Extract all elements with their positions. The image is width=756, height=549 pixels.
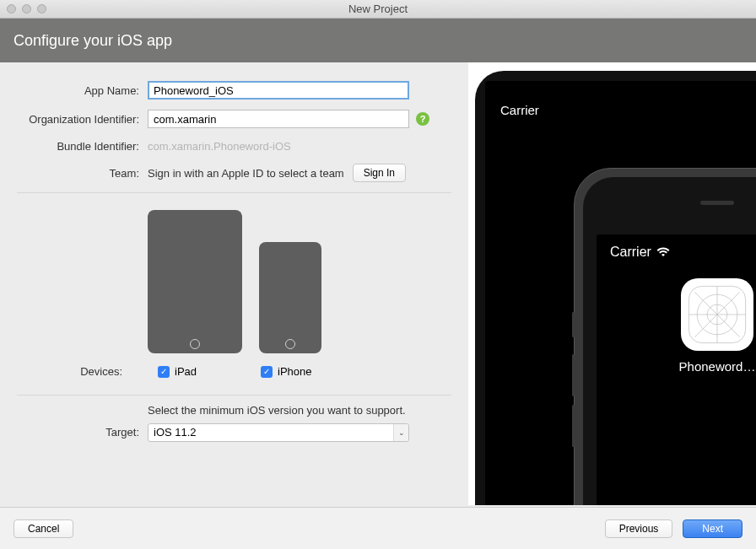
- app-name-input[interactable]: [148, 81, 409, 100]
- carrier-label-ipad: Carrier: [500, 103, 539, 117]
- ipad-checkbox-row[interactable]: ✓ iPad: [158, 365, 197, 378]
- divider: [17, 192, 451, 193]
- previous-button[interactable]: Previous: [605, 519, 673, 538]
- sign-in-button[interactable]: Sign In: [353, 164, 406, 182]
- target-select[interactable]: iOS 11.2 ⌄: [148, 423, 409, 442]
- page-title: Configure your iOS app: [14, 32, 172, 50]
- window-title: New Project: [0, 3, 756, 15]
- iphone-checkbox-row[interactable]: ✓ iPhone: [261, 365, 311, 378]
- team-text: Sign in with an Apple ID to select a tea…: [148, 167, 344, 180]
- page-header: Configure your iOS app: [0, 19, 756, 62]
- ipad-silhouette: [148, 210, 242, 353]
- titlebar: New Project: [0, 0, 756, 19]
- target-hint: Select the minimum iOS version you want …: [0, 404, 468, 423]
- app-name-label: App Name:: [17, 84, 148, 97]
- iphone-check-label: iPhone: [278, 365, 311, 378]
- devices-label: Devices:: [0, 365, 131, 378]
- home-button-icon: [190, 339, 200, 349]
- side-button-icon: [572, 405, 575, 447]
- preview-app-name: Phoneword…: [610, 359, 756, 374]
- speaker-icon: [700, 201, 734, 205]
- carrier-label-iphone: Carrier: [610, 245, 651, 260]
- help-icon[interactable]: ?: [416, 112, 429, 126]
- iphone-silhouette: [259, 242, 321, 353]
- form-column: App Name: Organization Identifier: ? Bun…: [0, 62, 468, 505]
- iphone-checkbox[interactable]: ✓: [261, 366, 273, 378]
- wifi-icon: [656, 247, 670, 257]
- device-previews: [0, 202, 468, 360]
- target-label: Target:: [17, 426, 148, 439]
- home-button-icon: [285, 339, 295, 349]
- side-button-icon: [572, 354, 575, 396]
- app-icon-placeholder: [681, 278, 753, 351]
- iphone-preview: Carrier Phone: [574, 168, 756, 505]
- side-button-icon: [572, 312, 575, 337]
- preview-column: Carrier Carrier: [468, 62, 756, 505]
- org-id-input[interactable]: [148, 110, 409, 128]
- cancel-button[interactable]: Cancel: [14, 519, 73, 538]
- bundle-id-value: com.xamarin.Phoneword-iOS: [148, 140, 291, 153]
- footer: Cancel Previous Next: [0, 507, 756, 549]
- target-value: iOS 11.2: [154, 426, 197, 439]
- ipad-checkbox[interactable]: ✓: [158, 366, 170, 378]
- ipad-check-label: iPad: [175, 365, 197, 378]
- team-label: Team:: [17, 167, 148, 180]
- bundle-id-label: Bundle Identifier:: [17, 140, 148, 153]
- divider: [17, 395, 451, 396]
- chevron-down-icon: ⌄: [393, 424, 408, 441]
- next-button[interactable]: Next: [683, 519, 742, 538]
- org-id-label: Organization Identifier:: [17, 113, 148, 126]
